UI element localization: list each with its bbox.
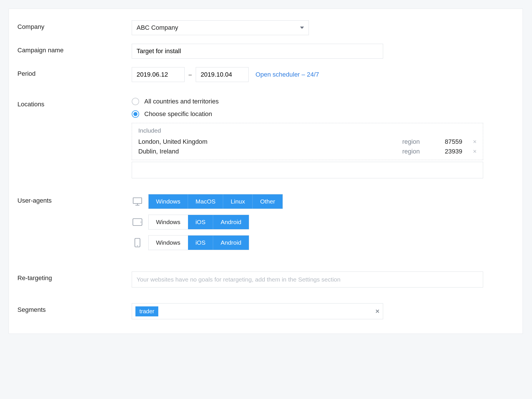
radio-icon-selected	[132, 110, 139, 118]
retargeting-input[interactable]: Your websites have no goals for retarget…	[132, 272, 483, 288]
ua-btn-android-mobile[interactable]: Android	[213, 236, 249, 250]
row-segments: Segments trader ×	[17, 303, 514, 319]
ua-btn-windows-desktop[interactable]: Windows	[149, 194, 188, 209]
ua-btn-windows-tablet[interactable]: Windows	[149, 215, 188, 229]
ua-btn-ios-tablet[interactable]: iOS	[188, 215, 213, 229]
form-card: Company ABC Company Campaign name Period…	[9, 9, 523, 334]
ua-row-desktop: Windows MacOS Linux Other	[132, 194, 514, 209]
ua-btn-ios-mobile[interactable]: iOS	[188, 236, 213, 250]
field-segments: trader ×	[132, 303, 514, 319]
ua-row-mobile: Windows iOS Android	[132, 235, 514, 250]
svg-rect-0	[133, 198, 142, 204]
ua-btn-android-tablet[interactable]: Android	[213, 215, 249, 229]
ua-btn-windows-mobile[interactable]: Windows	[149, 236, 188, 250]
ua-desktop-group: Windows MacOS Linux Other	[148, 194, 283, 209]
label-retargeting: Re-targeting	[17, 272, 132, 282]
label-locations: Locations	[17, 98, 132, 108]
row-locations: Locations All countries and territories …	[17, 98, 514, 178]
location-count: 23939	[437, 148, 468, 155]
field-user-agents: Windows MacOS Linux Other Windows iOS An…	[132, 194, 514, 256]
period-end-input[interactable]	[196, 67, 249, 82]
row-period: Period – Open scheduler – 24/7	[17, 67, 514, 82]
radio-icon	[132, 98, 139, 105]
label-company: Company	[17, 20, 132, 31]
ua-mobile-group: Windows iOS Android	[148, 235, 249, 250]
retargeting-placeholder: Your websites have no goals for retarget…	[137, 276, 341, 283]
svg-point-6	[137, 245, 138, 246]
location-search-input[interactable]	[132, 162, 483, 178]
row-company: Company ABC Company	[17, 20, 514, 35]
row-retargeting: Re-targeting Your websites have no goals…	[17, 272, 514, 288]
chevron-down-icon	[300, 27, 304, 29]
field-period: – Open scheduler – 24/7	[132, 67, 514, 82]
svg-point-4	[140, 222, 141, 222]
field-locations: All countries and territories Choose spe…	[132, 98, 514, 178]
radio-dot-icon	[133, 112, 137, 116]
ua-btn-linux-desktop[interactable]: Linux	[223, 194, 253, 209]
label-segments: Segments	[17, 303, 132, 314]
segments-input[interactable]: trader ×	[132, 303, 383, 319]
field-campaign-name	[132, 44, 514, 59]
field-company: ABC Company	[132, 20, 514, 35]
location-row: London, United Kingdom region 87559 ×	[138, 137, 477, 147]
segment-tag[interactable]: trader	[135, 306, 158, 316]
ua-tablet-group: Windows iOS Android	[148, 215, 249, 230]
field-retargeting: Your websites have no goals for retarget…	[132, 272, 514, 288]
locations-radio-specific[interactable]: Choose specific location	[132, 110, 514, 118]
close-icon[interactable]: ×	[468, 148, 477, 155]
company-select[interactable]: ABC Company	[132, 20, 309, 35]
locations-radio-specific-label: Choose specific location	[144, 110, 212, 118]
location-type: region	[402, 138, 437, 145]
label-period: Period	[17, 67, 132, 77]
locations-included-box: Included London, United Kingdom region 8…	[132, 123, 483, 160]
locations-radio-all[interactable]: All countries and territories	[132, 98, 514, 105]
location-name: Dublin, Ireland	[138, 148, 402, 155]
row-campaign-name: Campaign name	[17, 44, 514, 59]
location-count: 87559	[437, 138, 468, 145]
period-wrap: – Open scheduler – 24/7	[132, 67, 514, 82]
location-row: Dublin, Ireland region 23939 ×	[138, 147, 477, 156]
open-scheduler-link[interactable]: Open scheduler – 24/7	[255, 71, 319, 78]
desktop-icon	[132, 197, 143, 206]
row-user-agents: User-agents Windows MacOS Linux Other	[17, 194, 514, 256]
location-name: London, United Kingdom	[138, 138, 402, 145]
ua-row-tablet: Windows iOS Android	[132, 215, 514, 230]
label-campaign-name: Campaign name	[17, 44, 132, 54]
locations-included-label: Included	[138, 127, 477, 134]
mobile-icon	[132, 238, 143, 248]
campaign-name-input[interactable]	[132, 44, 383, 59]
location-type: region	[402, 148, 437, 155]
tablet-icon	[132, 218, 143, 226]
close-icon[interactable]: ×	[468, 138, 477, 145]
label-user-agents: User-agents	[17, 194, 132, 204]
close-icon[interactable]: ×	[375, 307, 379, 315]
company-select-value: ABC Company	[137, 24, 178, 31]
locations-radio-all-label: All countries and territories	[144, 98, 219, 105]
ua-btn-macos-desktop[interactable]: MacOS	[188, 194, 223, 209]
period-start-input[interactable]	[132, 67, 185, 82]
period-dash: –	[189, 71, 192, 78]
ua-btn-other-desktop[interactable]: Other	[253, 194, 283, 209]
